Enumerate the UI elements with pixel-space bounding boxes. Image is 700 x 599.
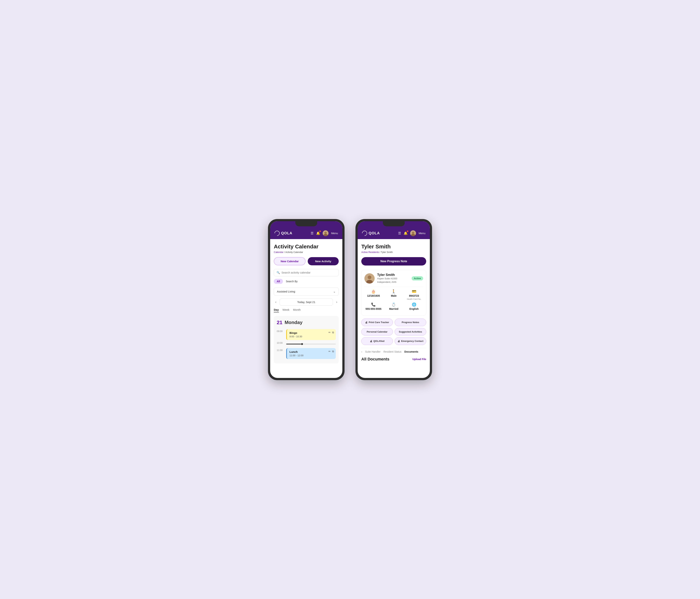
left-event-lunch-edit-icon[interactable]: ✏ xyxy=(328,350,331,353)
left-menu-lines-icon[interactable]: ☰ xyxy=(310,231,314,235)
right-info-gender: 🚶 Male xyxy=(385,289,403,300)
left-event-bingo-time: 9:00 - 10:30 xyxy=(290,335,333,338)
left-calendar-day-header: 21 Monday xyxy=(277,320,336,325)
left-progress-bar xyxy=(286,344,336,344)
left-search-icon: 🔍 xyxy=(277,271,280,274)
right-phone-icon: 📞 xyxy=(371,302,376,307)
svg-point-0 xyxy=(324,232,327,234)
right-health-card-no: 8943723 xyxy=(409,294,419,297)
left-day-name: Monday xyxy=(284,320,302,325)
right-bell-icon[interactable]: 🔔 xyxy=(404,231,408,235)
progress-notes-button[interactable]: Progress Notes xyxy=(395,318,426,326)
right-page-content: Tyler Smith Active Residents / Tyler Smi… xyxy=(358,239,430,366)
right-phone-screen: QOLA ☰ 🔔 Menu xyxy=(358,221,430,378)
right-profile-top: Tyler Smith Aspen Suite #1000 Independen… xyxy=(365,273,423,284)
left-phone-screen: QOLA ☰ 🔔 Men xyxy=(270,221,342,378)
right-tab-resident-status[interactable]: Resident Status xyxy=(383,350,402,353)
left-event-bingo-edit-icon[interactable]: ✏ xyxy=(328,331,331,334)
left-filter-search-by[interactable]: Search By xyxy=(286,280,298,283)
right-info-phone: 📞 555-555-5555 xyxy=(365,302,382,310)
personal-calendar-label: Personal Calendar xyxy=(367,330,388,333)
suggested-activities-label: Suggested Activities xyxy=(399,330,422,333)
right-language-value: English xyxy=(409,307,419,310)
svg-point-2 xyxy=(412,232,414,234)
phones-container: QOLA ☰ 🔔 Men xyxy=(268,219,432,380)
print-care-tracker-button[interactable]: 🖨 Print Care Tracker xyxy=(361,318,393,326)
qolafied-icon: 🖨 xyxy=(370,340,372,343)
left-filter-all[interactable]: All xyxy=(274,279,283,284)
left-event-bingo[interactable]: Bingo 9:00 - 10:30 ✏ ⧉ xyxy=(286,329,336,340)
right-marital-value: Married xyxy=(389,307,399,310)
left-avatar[interactable] xyxy=(323,230,328,236)
left-day-number: 21 xyxy=(277,320,282,325)
left-date-nav-next[interactable]: › xyxy=(335,300,339,305)
left-event-lunch-actions: ✏ ⧉ xyxy=(328,350,334,353)
right-profile-info: Tyler Smith Aspen Suite #1000 Independen… xyxy=(377,273,409,284)
left-event-bingo-copy-icon[interactable]: ⧉ xyxy=(332,331,334,334)
left-event-lunch[interactable]: Lunch 11:00 - 12:00 ✏ ⧉ xyxy=(286,348,336,359)
left-time-label-0900: 09:00 xyxy=(277,329,284,333)
left-event-lunch-copy-icon[interactable]: ⧉ xyxy=(332,350,334,353)
right-dob-value: 12/18/1935 xyxy=(367,294,380,297)
right-info-language: 🌐 English xyxy=(405,302,423,310)
emergency-contact-label: Emergency Contact xyxy=(401,340,423,342)
right-bottom-tabs: ‹ Suite Handler Resident Status Document… xyxy=(361,348,426,354)
left-calendar-section: 21 Monday 09:00 Bingo 9:00 - 10:30 ✏ ⧉ xyxy=(274,316,339,363)
left-bell-icon[interactable]: 🔔 xyxy=(316,231,320,235)
right-profile-name: Tyler Smith xyxy=(377,273,409,277)
right-profile-location: Aspen Suite #1000 xyxy=(377,277,409,281)
right-bell-badge xyxy=(407,231,408,232)
left-dropdown-chevron-icon: ⌄ xyxy=(333,290,335,293)
right-action-grid: 🖨 Print Care Tracker Progress Notes Pers… xyxy=(361,318,426,345)
right-tab-documents[interactable]: Documents xyxy=(404,350,418,353)
qolafied-button[interactable]: 🖨 QOLAfied xyxy=(361,337,393,345)
right-docs-title: All Documents xyxy=(361,357,390,362)
left-date-nav: ‹ Today, Sept 21 › xyxy=(274,298,339,306)
left-logo-text: QOLA xyxy=(281,231,292,235)
print-care-tracker-icon: 🖨 xyxy=(365,321,368,324)
left-tab-week[interactable]: Week xyxy=(282,308,290,312)
left-dropdown-value: Assisted Living xyxy=(277,290,295,293)
emergency-contact-button[interactable]: 🖨 Emergency Contact xyxy=(395,337,426,345)
left-logo-icon xyxy=(273,230,281,237)
svg-point-1 xyxy=(323,234,328,236)
right-gender-icon: 🚶 xyxy=(391,289,396,293)
right-menu-button[interactable]: Menu xyxy=(419,232,425,235)
left-app-logo: QOLA xyxy=(275,231,308,236)
svg-point-3 xyxy=(411,234,415,236)
right-avatar[interactable] xyxy=(410,230,416,236)
right-info-health-card: 💳 8943723 Health Card No. xyxy=(405,289,423,300)
left-search-input[interactable] xyxy=(281,271,336,274)
new-progress-note-button[interactable]: New Progress Note xyxy=(361,257,426,265)
right-language-icon: 🌐 xyxy=(412,302,416,307)
left-dropdown[interactable]: Assisted Living ⌄ xyxy=(274,288,339,295)
left-view-tabs: Day Week Month xyxy=(274,308,339,312)
left-bell-badge xyxy=(319,231,321,232)
qolafied-label: QOLAfied xyxy=(373,340,384,342)
left-menu-button[interactable]: Menu xyxy=(331,232,338,235)
personal-calendar-button[interactable]: Personal Calendar xyxy=(361,328,393,336)
left-header-icons: ☰ 🔔 Menu xyxy=(310,230,338,236)
left-search-box: 🔍 xyxy=(274,269,339,276)
left-tab-day[interactable]: Day xyxy=(274,308,279,312)
left-event-lunch-time: 11:00 - 12:00 xyxy=(290,354,333,357)
right-menu-lines-icon[interactable]: ☰ xyxy=(398,231,401,235)
right-phone-frame: QOLA ☰ 🔔 Menu xyxy=(355,219,432,380)
right-info-grid: 🎂 12/18/1935 🚶 Male 💳 8943723 Healt xyxy=(365,287,423,313)
left-breadcrumb-link[interactable]: Calendar xyxy=(274,251,283,254)
left-date-nav-prev[interactable]: ‹ xyxy=(274,300,278,305)
right-breadcrumb-link[interactable]: Active Residents xyxy=(361,251,379,254)
left-action-btn-row: New Calendar New Activity xyxy=(274,257,339,265)
right-tab-suite-handler[interactable]: Suite Handler xyxy=(365,350,381,353)
right-profile-avatar xyxy=(365,274,375,284)
right-upload-file-button[interactable]: Upload File xyxy=(412,358,426,361)
left-time-label-1100: 11:00 xyxy=(277,348,284,351)
right-phone-notch xyxy=(383,221,405,226)
right-tabs-prev-arrow[interactable]: ‹ xyxy=(361,350,362,353)
left-tab-month[interactable]: Month xyxy=(293,308,301,312)
right-breadcrumb: Active Residents / Tyler Smith xyxy=(361,251,426,254)
left-event-bingo-actions: ✏ ⧉ xyxy=(328,331,334,334)
new-calendar-button[interactable]: New Calendar xyxy=(274,257,305,265)
suggested-activities-button[interactable]: Suggested Activities xyxy=(395,328,426,336)
new-activity-button[interactable]: New Activity xyxy=(308,257,339,265)
